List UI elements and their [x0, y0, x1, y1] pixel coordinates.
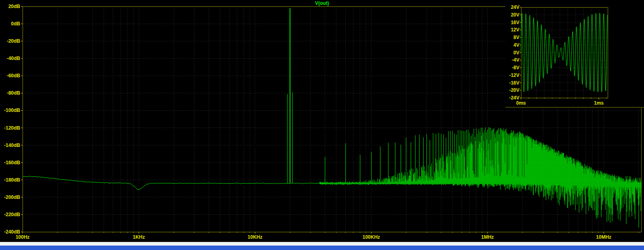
ltspice-waveform-viewer: V(out) 20dB0dB-20dB-40dB-60dB-80dB-100dB… [0, 0, 644, 250]
fft-trace-spectrum [320, 127, 641, 228]
inset-plot-canvas[interactable] [505, 0, 644, 108]
status-bar [0, 242, 644, 246]
background-window-titlebar[interactable] [0, 246, 644, 250]
fft-trace-baseline [23, 176, 325, 190]
scope-inset-pane[interactable]: 24V20V16V12V8V4V0V-4V-8V-12V-16V-20V-24V… [505, 0, 644, 108]
